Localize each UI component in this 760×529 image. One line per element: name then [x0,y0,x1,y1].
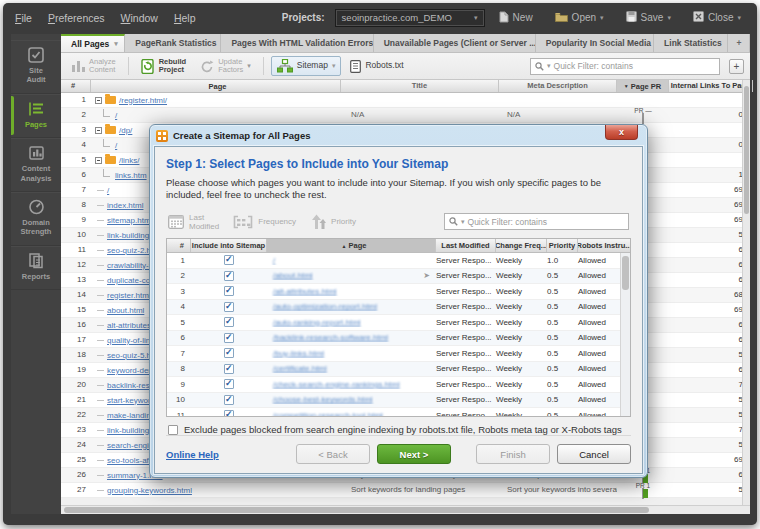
menu-window[interactable]: Window [121,12,158,24]
sitemap-button[interactable]: Sitemap ▾ [271,56,342,76]
include-checkbox[interactable] [224,348,234,358]
robots-txt-button[interactable]: Robots.txt [345,58,408,75]
include-checkbox[interactable] [224,271,234,281]
page-link[interactable]: /buy-links.html [273,349,324,358]
collapse-icon[interactable] [95,97,102,104]
tab-pages-with-html-validation-errors[interactable]: Pages With HTML Validation Errors [221,34,373,52]
dialog-vertical-scrollbar[interactable] [620,253,630,416]
page-link[interactable]: / [115,111,117,120]
column-header-title[interactable]: Title [341,80,499,92]
page-link[interactable]: index.html [107,201,143,210]
cancel-button[interactable]: Cancel [557,444,631,464]
column-header-internal-links[interactable]: Internal Links To Page [669,80,753,92]
next-button[interactable]: Next > [377,444,451,464]
collapse-icon[interactable] [95,157,102,164]
column-header-page[interactable]: ▲Page [267,239,436,252]
page-link[interactable]: seo-tools-aff [107,456,151,465]
page-link[interactable]: /links/ [119,156,139,165]
sitemap-table-row[interactable]: 1/Server Respo...Weekly1.0Allowed [167,253,630,269]
tab-popularity-in-social-media[interactable]: Popularity In Social Media [536,34,654,52]
column-header-change-freq[interactable]: Change Freq... [496,239,547,252]
sidebar-item-reports[interactable]: Reports [11,246,61,290]
horizontal-scrollbar[interactable] [61,505,750,514]
include-checkbox[interactable] [224,395,234,405]
column-header-page-pr[interactable]: ▼Page PR [617,80,669,92]
include-checkbox[interactable] [224,333,234,343]
sitemap-table-row[interactable]: 11/competition-research-tool.htmlServer … [167,408,630,417]
scrollbar-thumb[interactable] [622,256,629,290]
page-link[interactable]: / [273,256,275,265]
save-button[interactable]: Save▾ [622,9,675,27]
last-modified-button[interactable]: LastModified [168,213,219,231]
page-link[interactable]: quality-of-link [107,336,154,345]
page-link[interactable]: /auto-optimization-report.html [273,302,377,311]
page-link[interactable]: /about.html [273,271,313,280]
quick-filter-input[interactable]: ▾ Quick Filter: contains [530,58,720,75]
dialog-title-bar[interactable]: Create a Sitemap for All Pages [154,125,643,146]
analyze-content-button[interactable]: AnalyzeContent [67,56,121,77]
dialog-close-button[interactable]: x [605,125,638,140]
vertical-scrollbar[interactable] [742,80,750,505]
page-link[interactable]: crawlability-f [107,261,151,270]
page-link[interactable]: alt-attributes [107,321,151,330]
sidebar-item-domain-strength[interactable]: DomainStrength [11,192,61,246]
include-checkbox[interactable] [224,302,234,312]
page-link[interactable]: /auto-ranking-report.html [273,318,361,327]
sitemap-table-row[interactable]: 8/certificate.htmlServer Respo...Weekly0… [167,362,630,378]
page-link[interactable]: grouping-keywords.html [107,486,192,495]
rebuild-project-button[interactable]: RebuildProject [136,56,192,77]
page-link[interactable]: /register.html/ [119,96,167,105]
page-link[interactable]: /alt-attributes.html [273,287,337,296]
table-row[interactable]: 27grouping-keywords.htmlSort keywords fo… [61,483,750,498]
page-link[interactable]: /certificate.html [273,364,327,373]
sidebar-item-content-analysis[interactable]: ContentAnalysis [11,138,61,192]
priority-button[interactable]: Priority [310,214,356,229]
include-checkbox[interactable] [224,255,234,265]
sitemap-table-row[interactable]: 4/auto-optimization-report.htmlServer Re… [167,300,630,316]
include-checkbox[interactable] [224,317,234,327]
page-link[interactable]: link-building- [107,426,152,435]
sitemap-table-row[interactable]: 9/check-search-engine-rankings.htmlServe… [167,377,630,393]
page-link[interactable]: links.htm [115,171,147,180]
tab-link-statistics[interactable]: Link Statistics [654,34,728,52]
column-header-robots[interactable]: Robots Instru... [578,239,630,252]
page-link[interactable]: backlink-rese [107,381,154,390]
new-button[interactable]: New [495,9,537,27]
back-button[interactable]: < Back [296,444,370,464]
page-link[interactable]: search-engin [107,441,153,450]
page-link[interactable]: duplicate-co [107,276,150,285]
column-header-meta[interactable]: Meta Description [499,80,617,92]
update-factors-button[interactable]: UpdateFactors ▾ [195,56,256,77]
finish-button[interactable]: Finish [476,444,550,464]
column-header-num[interactable]: # [167,239,191,252]
add-column-button[interactable]: + [729,59,744,74]
add-tab-button[interactable]: + [728,34,750,52]
column-header-priority[interactable]: Priority [547,239,578,252]
menu-file[interactable]: File [15,12,32,24]
column-header-extra[interactable]: Extr [753,80,757,92]
open-button[interactable]: Open▾ [551,9,608,27]
scrollbar-thumb[interactable] [64,507,649,513]
page-link[interactable]: make-landing [107,411,155,420]
dialog-quick-filter-input[interactable]: ▾ Quick Filter: contains [444,213,629,230]
page-link[interactable]: / [115,141,117,150]
menu-help[interactable]: Help [174,12,196,24]
column-header-num[interactable]: # [61,80,91,92]
scrollbar-thumb[interactable] [744,86,749,214]
column-header-last-modified[interactable]: Last Modified [436,239,496,252]
sitemap-table-row[interactable]: 10/choose-best-keywords.htmlServer Respo… [167,393,630,409]
project-select[interactable]: seoinpractice.com_DEMO ▾ [335,9,485,27]
sitemap-table-row[interactable]: 6/backlink-research-software.htmlServer … [167,331,630,347]
page-link[interactable]: / [107,186,109,195]
page-link[interactable]: sitemap.htm [107,216,151,225]
table-row[interactable]: 1/register.html/ [61,93,750,108]
sitemap-table-row[interactable]: 3/alt-attributes.htmlServer Respo...Week… [167,284,630,300]
page-link[interactable]: /backlink-research-software.html [273,333,388,342]
page-link[interactable]: /check-search-engine-rankings.html [273,380,400,389]
sidebar-item-site-audit[interactable]: SiteAudit [11,40,61,94]
include-checkbox[interactable] [224,364,234,374]
sidebar-item-pages[interactable]: Pages [11,94,61,138]
include-checkbox[interactable] [224,286,234,296]
page-link[interactable]: /dp/ [119,126,132,135]
page-link[interactable]: /choose-best-keywords.html [273,395,373,404]
